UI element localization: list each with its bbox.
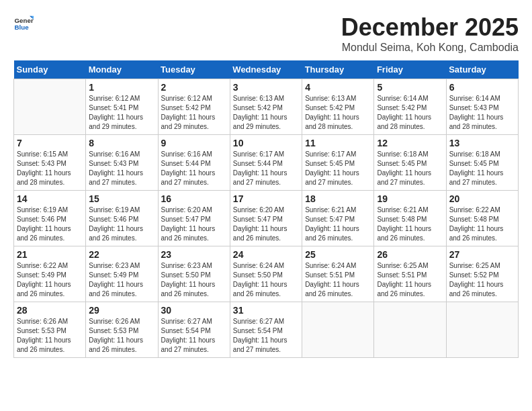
day-info: Sunrise: 6:25 AMSunset: 5:52 PMDaylight:…	[449, 261, 515, 299]
calendar-cell	[446, 302, 518, 358]
day-number: 14	[17, 193, 83, 204]
calendar-cell: 12Sunrise: 6:18 AMSunset: 5:45 PMDayligh…	[374, 135, 446, 191]
day-number: 26	[377, 249, 443, 260]
calendar-cell: 15Sunrise: 6:19 AMSunset: 5:46 PMDayligh…	[86, 191, 158, 246]
calendar-cell: 30Sunrise: 6:27 AMSunset: 5:54 PMDayligh…	[158, 302, 230, 358]
column-header-sunday: Sunday	[14, 60, 86, 79]
calendar-cell: 22Sunrise: 6:23 AMSunset: 5:49 PMDayligh…	[86, 246, 158, 302]
calendar-cell: 18Sunrise: 6:21 AMSunset: 5:47 PMDayligh…	[302, 191, 374, 246]
header: General Blue December 2025 Mondul Seima,…	[13, 13, 519, 54]
day-number: 9	[161, 138, 227, 148]
column-header-thursday: Thursday	[302, 60, 374, 79]
logo-icon: General Blue	[13, 13, 34, 34]
day-number: 18	[305, 193, 371, 204]
day-info: Sunrise: 6:17 AMSunset: 5:44 PMDaylight:…	[233, 150, 299, 187]
calendar-cell: 4Sunrise: 6:13 AMSunset: 5:42 PMDaylight…	[302, 79, 374, 135]
calendar-table: SundayMondayTuesdayWednesdayThursdayFrid…	[13, 60, 519, 358]
day-info: Sunrise: 6:24 AMSunset: 5:50 PMDaylight:…	[233, 261, 299, 299]
day-number: 24	[233, 249, 299, 260]
day-number: 6	[449, 82, 515, 93]
main-title: December 2025	[341, 13, 519, 42]
subtitle: Mondul Seima, Koh Kong, Cambodia	[341, 42, 519, 54]
day-info: Sunrise: 6:26 AMSunset: 5:53 PMDaylight:…	[17, 317, 83, 355]
day-number: 12	[377, 138, 443, 148]
day-number: 8	[89, 138, 154, 148]
calendar-cell	[14, 79, 86, 135]
calendar-cell	[302, 302, 374, 358]
day-number: 17	[233, 193, 299, 204]
day-info: Sunrise: 6:20 AMSunset: 5:47 PMDaylight:…	[233, 205, 299, 243]
calendar-cell: 29Sunrise: 6:26 AMSunset: 5:53 PMDayligh…	[86, 302, 158, 358]
calendar-cell: 27Sunrise: 6:25 AMSunset: 5:52 PMDayligh…	[446, 246, 518, 302]
day-info: Sunrise: 6:18 AMSunset: 5:45 PMDaylight:…	[449, 150, 515, 187]
day-number: 11	[305, 138, 371, 148]
day-number: 23	[161, 249, 227, 260]
svg-text:Blue: Blue	[15, 24, 30, 31]
day-info: Sunrise: 6:16 AMSunset: 5:44 PMDaylight:…	[161, 150, 227, 187]
day-info: Sunrise: 6:27 AMSunset: 5:54 PMDaylight:…	[161, 317, 227, 355]
day-info: Sunrise: 6:16 AMSunset: 5:43 PMDaylight:…	[89, 150, 154, 187]
day-info: Sunrise: 6:22 AMSunset: 5:49 PMDaylight:…	[17, 261, 83, 299]
title-section: December 2025 Mondul Seima, Koh Kong, Ca…	[341, 13, 519, 54]
day-number: 2	[161, 82, 227, 93]
calendar-cell: 25Sunrise: 6:24 AMSunset: 5:51 PMDayligh…	[302, 246, 374, 302]
day-number: 27	[449, 249, 515, 260]
calendar-cell: 23Sunrise: 6:23 AMSunset: 5:50 PMDayligh…	[158, 246, 230, 302]
day-info: Sunrise: 6:26 AMSunset: 5:53 PMDaylight:…	[89, 317, 154, 355]
day-info: Sunrise: 6:19 AMSunset: 5:46 PMDaylight:…	[17, 205, 83, 243]
day-info: Sunrise: 6:24 AMSunset: 5:51 PMDaylight:…	[305, 261, 371, 299]
day-number: 21	[17, 249, 83, 260]
calendar-cell: 5Sunrise: 6:14 AMSunset: 5:42 PMDaylight…	[374, 79, 446, 135]
calendar-cell: 1Sunrise: 6:12 AMSunset: 5:41 PMDaylight…	[86, 79, 158, 135]
calendar-cell: 3Sunrise: 6:13 AMSunset: 5:42 PMDaylight…	[230, 79, 302, 135]
day-number: 7	[17, 138, 83, 148]
day-info: Sunrise: 6:23 AMSunset: 5:49 PMDaylight:…	[89, 261, 154, 299]
day-info: Sunrise: 6:21 AMSunset: 5:47 PMDaylight:…	[305, 205, 371, 243]
column-header-tuesday: Tuesday	[158, 60, 230, 79]
calendar-cell: 24Sunrise: 6:24 AMSunset: 5:50 PMDayligh…	[230, 246, 302, 302]
calendar-cell: 17Sunrise: 6:20 AMSunset: 5:47 PMDayligh…	[230, 191, 302, 246]
calendar-cell	[374, 302, 446, 358]
week-row-4: 28Sunrise: 6:26 AMSunset: 5:53 PMDayligh…	[14, 302, 519, 358]
day-info: Sunrise: 6:18 AMSunset: 5:45 PMDaylight:…	[377, 150, 443, 187]
day-number: 29	[89, 305, 154, 316]
column-header-wednesday: Wednesday	[230, 60, 302, 79]
column-header-monday: Monday	[86, 60, 158, 79]
day-number: 3	[233, 82, 299, 93]
day-info: Sunrise: 6:12 AMSunset: 5:42 PMDaylight:…	[161, 94, 227, 132]
day-info: Sunrise: 6:12 AMSunset: 5:41 PMDaylight:…	[89, 94, 154, 132]
day-info: Sunrise: 6:13 AMSunset: 5:42 PMDaylight:…	[233, 94, 299, 132]
calendar-cell: 6Sunrise: 6:14 AMSunset: 5:43 PMDaylight…	[446, 79, 518, 135]
calendar-cell: 11Sunrise: 6:17 AMSunset: 5:45 PMDayligh…	[302, 135, 374, 191]
column-header-saturday: Saturday	[446, 60, 518, 79]
calendar-cell: 19Sunrise: 6:21 AMSunset: 5:48 PMDayligh…	[374, 191, 446, 246]
day-number: 1	[89, 82, 154, 93]
week-row-2: 14Sunrise: 6:19 AMSunset: 5:46 PMDayligh…	[14, 191, 519, 246]
svg-text:General: General	[15, 17, 34, 24]
calendar-cell: 7Sunrise: 6:15 AMSunset: 5:43 PMDaylight…	[14, 135, 86, 191]
day-info: Sunrise: 6:25 AMSunset: 5:51 PMDaylight:…	[377, 261, 443, 299]
day-number: 16	[161, 193, 227, 204]
day-info: Sunrise: 6:14 AMSunset: 5:42 PMDaylight:…	[377, 94, 443, 132]
calendar-cell: 16Sunrise: 6:20 AMSunset: 5:47 PMDayligh…	[158, 191, 230, 246]
day-number: 30	[161, 305, 227, 316]
calendar-cell: 20Sunrise: 6:22 AMSunset: 5:48 PMDayligh…	[446, 191, 518, 246]
day-number: 15	[89, 193, 154, 204]
calendar-cell: 13Sunrise: 6:18 AMSunset: 5:45 PMDayligh…	[446, 135, 518, 191]
calendar-cell: 26Sunrise: 6:25 AMSunset: 5:51 PMDayligh…	[374, 246, 446, 302]
week-row-0: 1Sunrise: 6:12 AMSunset: 5:41 PMDaylight…	[14, 79, 519, 135]
calendar-cell: 8Sunrise: 6:16 AMSunset: 5:43 PMDaylight…	[86, 135, 158, 191]
day-number: 25	[305, 249, 371, 260]
calendar-cell: 2Sunrise: 6:12 AMSunset: 5:42 PMDaylight…	[158, 79, 230, 135]
logo: General Blue	[13, 13, 34, 34]
calendar-cell: 31Sunrise: 6:27 AMSunset: 5:54 PMDayligh…	[230, 302, 302, 358]
calendar-cell: 28Sunrise: 6:26 AMSunset: 5:53 PMDayligh…	[14, 302, 86, 358]
day-number: 4	[305, 82, 371, 93]
day-number: 13	[449, 138, 515, 148]
day-info: Sunrise: 6:15 AMSunset: 5:43 PMDaylight:…	[17, 150, 83, 187]
calendar-cell: 21Sunrise: 6:22 AMSunset: 5:49 PMDayligh…	[14, 246, 86, 302]
column-header-friday: Friday	[374, 60, 446, 79]
day-number: 5	[377, 82, 443, 93]
day-info: Sunrise: 6:21 AMSunset: 5:48 PMDaylight:…	[377, 205, 443, 243]
day-number: 20	[449, 193, 515, 204]
